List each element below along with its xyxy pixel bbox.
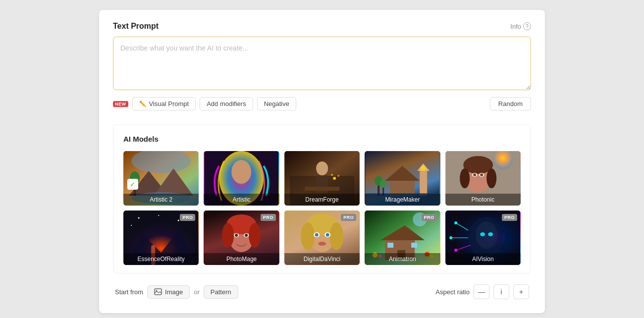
info-label: Info xyxy=(510,23,521,30)
svg-point-28 xyxy=(380,180,386,188)
add-modifiers-label: Add modifiers xyxy=(207,100,246,107)
svg-rect-88 xyxy=(155,289,161,295)
model-label-aivision: AIVision xyxy=(445,253,521,265)
pro-badge-animatron: PRO xyxy=(422,214,437,221)
start-from-label: Start from xyxy=(115,288,143,296)
info-button[interactable]: Info ? xyxy=(510,22,531,30)
visual-prompt-label: Visual Prompt xyxy=(149,100,189,107)
svg-point-85 xyxy=(476,221,497,249)
image-button[interactable]: Image xyxy=(147,285,190,299)
pattern-button[interactable]: Pattern xyxy=(204,285,238,299)
svg-point-60 xyxy=(329,222,343,250)
model-label-animatron: Animatron xyxy=(365,253,440,265)
negative-button[interactable]: Negative xyxy=(257,97,296,110)
svg-point-42 xyxy=(138,217,140,219)
svg-point-34 xyxy=(486,168,496,188)
toolbar-row: NEW ✏️ Visual Prompt Add modifiers Negat… xyxy=(113,97,531,110)
svg-point-16 xyxy=(331,174,333,176)
svg-point-44 xyxy=(178,220,179,221)
model-label-artistic2: Artistic 2 xyxy=(123,194,199,206)
svg-rect-21 xyxy=(420,171,427,196)
pattern-label: Pattern xyxy=(211,288,231,296)
selected-check-artistic2: ✓ xyxy=(127,179,138,190)
model-card-digitaldavinci[interactable]: PRO DigitalDaVinci xyxy=(284,211,360,265)
svg-point-54 xyxy=(235,234,238,237)
svg-rect-17 xyxy=(305,187,339,191)
model-card-artistic2[interactable]: ✓ Artistic 2 xyxy=(123,151,199,206)
aspect-ratio-value-button[interactable]: i xyxy=(493,284,509,299)
negative-label: Negative xyxy=(264,100,289,107)
svg-point-33 xyxy=(460,168,470,188)
svg-point-63 xyxy=(315,233,318,237)
pencil-icon: ✏️ xyxy=(139,101,147,107)
svg-point-23 xyxy=(421,166,426,171)
svg-point-50 xyxy=(222,223,234,248)
svg-point-36 xyxy=(473,173,476,176)
model-card-dreamforge[interactable]: DreamForge xyxy=(284,151,360,206)
ai-models-section: AI Models xyxy=(113,124,531,273)
aspect-ratio-label: Aspect ratio xyxy=(435,288,470,296)
aspect-plus-button[interactable]: + xyxy=(513,284,529,299)
svg-point-83 xyxy=(449,236,452,239)
svg-point-46 xyxy=(131,225,132,226)
model-label-digitaldavinci: DigitalDaVinci xyxy=(284,253,360,265)
info-icon: ? xyxy=(523,22,531,30)
svg-point-38 xyxy=(480,173,483,176)
svg-rect-70 xyxy=(387,243,393,248)
minus-icon: — xyxy=(478,288,485,296)
add-modifiers-button[interactable]: Add modifiers xyxy=(200,97,253,110)
pro-badge-photomage: PRO xyxy=(261,214,276,221)
model-label-photomage: PhotoMage xyxy=(204,253,279,265)
or-text: or xyxy=(194,288,200,296)
model-card-essenceofreality[interactable]: PRO EssenceOfReality xyxy=(123,211,199,265)
svg-point-15 xyxy=(337,175,339,177)
models-grid-row2: PRO EssenceOfReality xyxy=(123,211,521,265)
main-container: Text Prompt Info ? NEW ✏️ Visual Prompt … xyxy=(99,10,545,313)
bottom-bar: Start from Image or Pattern Aspect ratio… xyxy=(113,284,531,299)
ratio-icon: i xyxy=(500,288,502,296)
svg-point-55 xyxy=(245,234,248,237)
new-badge: NEW xyxy=(113,101,128,107)
model-card-animatron[interactable]: PRO Animatron xyxy=(365,211,440,265)
image-label: Image xyxy=(165,288,183,296)
image-icon xyxy=(154,288,162,295)
model-card-miragemaker[interactable]: MirageMaker xyxy=(365,151,440,206)
svg-point-9 xyxy=(232,160,252,184)
pro-badge-digitaldavinci: PRO xyxy=(341,214,356,221)
aspect-minus-button[interactable]: — xyxy=(474,284,489,299)
svg-point-82 xyxy=(454,221,457,224)
model-card-aivision[interactable]: PRO AIVision xyxy=(445,211,521,265)
section-header: Text Prompt Info ? xyxy=(113,22,531,31)
prompt-textarea[interactable] xyxy=(113,37,531,90)
pro-badge-aivision: PRO xyxy=(502,214,517,221)
model-label-artistic: Artistic xyxy=(204,194,279,206)
model-card-photomage[interactable]: PRO PhotoMage xyxy=(204,211,279,265)
model-label-miragemaker: MirageMaker xyxy=(365,194,440,206)
pro-badge-essenceofreality: PRO xyxy=(180,214,195,221)
page-title: Text Prompt xyxy=(113,22,159,31)
svg-point-84 xyxy=(454,249,457,252)
model-card-photonic[interactable]: Photonic xyxy=(445,151,521,206)
svg-point-43 xyxy=(158,215,159,216)
svg-point-14 xyxy=(333,177,336,180)
model-label-essenceofreality: EssenceOfReality xyxy=(123,253,199,265)
toolbar-left: NEW ✏️ Visual Prompt Add modifiers Negat… xyxy=(113,97,296,110)
svg-point-51 xyxy=(249,223,261,248)
model-label-photonic: Photonic xyxy=(445,194,521,206)
svg-point-65 xyxy=(318,242,326,246)
random-button[interactable]: Random xyxy=(490,97,531,110)
svg-rect-71 xyxy=(411,243,417,248)
models-grid-row1: ✓ Artistic 2 xyxy=(123,151,521,206)
svg-point-87 xyxy=(488,232,493,236)
svg-point-12 xyxy=(316,161,328,175)
model-card-artistic[interactable]: Artistic xyxy=(204,151,279,206)
svg-point-59 xyxy=(301,222,315,250)
svg-point-86 xyxy=(480,232,485,236)
visual-prompt-button[interactable]: ✏️ Visual Prompt xyxy=(132,97,196,110)
svg-point-64 xyxy=(325,233,329,237)
model-label-dreamforge: DreamForge xyxy=(284,194,360,206)
ai-models-title: AI Models xyxy=(123,135,521,143)
random-label: Random xyxy=(498,100,523,107)
start-from-group: Start from Image or Pattern xyxy=(115,285,238,299)
aspect-ratio-group: Aspect ratio — i + xyxy=(435,284,529,299)
